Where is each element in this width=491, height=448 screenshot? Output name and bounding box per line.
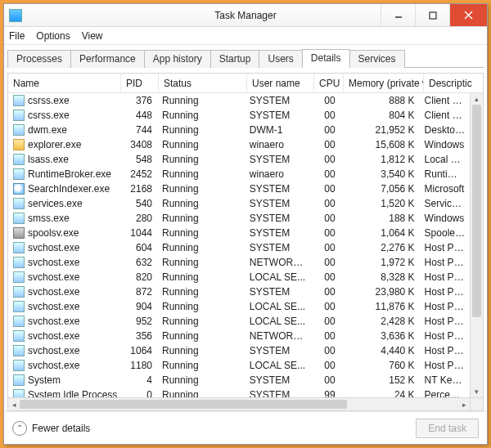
cell-memory: 1,064 K bbox=[340, 227, 420, 239]
cell-status: Running bbox=[157, 316, 245, 327]
table-row[interactable]: svchost.exe356RunningNETWORK...003,636 K… bbox=[8, 329, 470, 343]
cell-status: Running bbox=[157, 360, 245, 371]
scroll-right-icon[interactable]: ▸ bbox=[458, 398, 470, 410]
cell-cpu: 00 bbox=[311, 95, 340, 106]
tab-app-history[interactable]: App history bbox=[144, 50, 211, 68]
cell-memory: 8,328 K bbox=[340, 271, 420, 283]
cell-description: Microsoft bbox=[420, 183, 470, 195]
cell-status: Running bbox=[157, 374, 245, 386]
table-row[interactable]: svchost.exe872RunningSYSTEM0023,980 KHos… bbox=[8, 284, 470, 299]
cell-memory: 11,876 K bbox=[340, 301, 420, 312]
cell-description: Host Proc bbox=[420, 345, 470, 356]
table-row[interactable]: svchost.exe604RunningSYSTEM002,276 KHost… bbox=[8, 240, 470, 255]
cell-cpu: 00 bbox=[311, 198, 340, 209]
table-row[interactable]: smss.exe280RunningSYSTEM00188 KWindows bbox=[8, 211, 470, 226]
maximize-button[interactable] bbox=[415, 4, 449, 26]
tab-users[interactable]: Users bbox=[259, 50, 302, 68]
table-row[interactable]: svchost.exe820RunningLOCAL SE...008,328 … bbox=[8, 270, 470, 284]
tab-performance[interactable]: Performance bbox=[70, 50, 145, 68]
cell-memory: 21,952 K bbox=[340, 124, 420, 136]
cell-name: csrss.exe bbox=[28, 110, 70, 121]
cell-pid: 1064 bbox=[119, 345, 157, 356]
process-icon bbox=[13, 198, 25, 209]
col-header-cpu[interactable]: CPU bbox=[314, 74, 344, 92]
cell-memory: 3,636 K bbox=[340, 330, 420, 342]
table-row[interactable]: lsass.exe548RunningSYSTEM001,812 KLocal … bbox=[8, 152, 470, 167]
vertical-scrollbar[interactable]: ▴ ▾ bbox=[470, 93, 483, 397]
cell-cpu: 00 bbox=[311, 286, 340, 298]
cell-pid: 1180 bbox=[119, 360, 157, 371]
cell-status: Running bbox=[157, 154, 245, 165]
process-icon bbox=[13, 213, 25, 224]
cell-name: SearchIndexer.exe bbox=[28, 183, 110, 195]
menu-view[interactable]: View bbox=[82, 30, 103, 42]
cell-pid: 952 bbox=[119, 316, 157, 327]
cell-status: Running bbox=[157, 286, 245, 298]
cell-cpu: 00 bbox=[311, 183, 340, 195]
process-icon bbox=[13, 389, 25, 397]
table-row[interactable]: dwm.exe744RunningDWM-10021,952 KDesktop … bbox=[8, 123, 470, 137]
cell-name: lsass.exe bbox=[28, 154, 69, 165]
cell-memory: 2,276 K bbox=[340, 242, 420, 253]
table-row[interactable]: csrss.exe448RunningSYSTEM00804 KClient S… bbox=[8, 108, 470, 123]
cell-pid: 4 bbox=[119, 374, 157, 386]
table-row[interactable]: svchost.exe904RunningLOCAL SE...0011,876… bbox=[8, 299, 470, 314]
table-row[interactable]: csrss.exe376RunningSYSTEM00888 KClient S… bbox=[8, 93, 470, 108]
tab-details[interactable]: Details bbox=[302, 49, 350, 68]
col-header-name[interactable]: Name bbox=[8, 74, 121, 92]
cell-status: Running bbox=[157, 168, 245, 180]
cell-pid: 744 bbox=[119, 124, 157, 136]
vertical-scroll-thumb[interactable] bbox=[472, 105, 481, 317]
cell-name: services.exe bbox=[28, 198, 83, 209]
cell-cpu: 00 bbox=[311, 227, 340, 239]
table-row[interactable]: svchost.exe952RunningLOCAL SE...002,428 … bbox=[8, 314, 470, 329]
cell-status: Running bbox=[157, 110, 245, 121]
table-row[interactable]: System Idle Process0RunningSYSTEM9924 KP… bbox=[8, 388, 470, 397]
end-task-button[interactable]: End task bbox=[416, 419, 479, 438]
table-row[interactable]: svchost.exe1064RunningSYSTEM004,440 KHos… bbox=[8, 343, 470, 358]
tab-services[interactable]: Services bbox=[349, 50, 405, 68]
cell-cpu: 00 bbox=[311, 124, 340, 136]
horizontal-scrollbar[interactable]: ◂ ▸ bbox=[8, 397, 470, 410]
process-icon bbox=[13, 301, 25, 312]
col-header-status[interactable]: Status bbox=[159, 74, 247, 92]
cell-pid: 632 bbox=[119, 257, 157, 268]
table-row[interactable]: services.exe540RunningSYSTEM001,520 KSer… bbox=[8, 196, 470, 211]
menu-options[interactable]: Options bbox=[36, 30, 70, 42]
tab-processes[interactable]: Processes bbox=[7, 50, 71, 68]
cell-pid: 872 bbox=[119, 286, 157, 298]
table-row[interactable]: svchost.exe632RunningNETWORK...001,972 K… bbox=[8, 255, 470, 270]
cell-name: explorer.exe bbox=[28, 139, 81, 150]
close-button[interactable] bbox=[449, 4, 487, 26]
scroll-down-icon[interactable]: ▾ bbox=[471, 386, 483, 397]
table-row[interactable]: RuntimeBroker.exe2452Runningwinaero003,5… bbox=[8, 167, 470, 181]
cell-cpu: 00 bbox=[311, 242, 340, 253]
col-header-memory[interactable]: Memory (private w... bbox=[344, 74, 424, 92]
titlebar[interactable]: Task Manager bbox=[4, 4, 487, 27]
menubar: File Options View bbox=[4, 27, 487, 45]
cell-name: svchost.exe bbox=[28, 316, 79, 327]
cell-status: Running bbox=[157, 257, 245, 268]
minimize-button[interactable] bbox=[381, 4, 415, 26]
cell-cpu: 00 bbox=[311, 360, 340, 371]
col-header-pid[interactable]: PID bbox=[121, 74, 159, 92]
col-header-user[interactable]: User name bbox=[247, 74, 314, 92]
scroll-up-icon[interactable]: ▴ bbox=[471, 93, 483, 105]
menu-file[interactable]: File bbox=[9, 30, 25, 42]
cell-pid: 820 bbox=[119, 271, 157, 283]
horizontal-scroll-thumb[interactable] bbox=[20, 400, 347, 409]
tab-startup[interactable]: Startup bbox=[210, 50, 260, 68]
cell-name: System bbox=[28, 374, 61, 386]
table-row[interactable]: SearchIndexer.exe2168RunningSYSTEM007,05… bbox=[8, 181, 470, 196]
scroll-left-icon[interactable]: ◂ bbox=[8, 398, 20, 410]
table-row[interactable]: svchost.exe1180RunningLOCAL SE...00760 K… bbox=[8, 358, 470, 373]
fewer-details-button[interactable]: ⌃ Fewer details bbox=[12, 421, 90, 436]
process-icon bbox=[13, 316, 25, 327]
cell-name: svchost.exe bbox=[28, 271, 79, 283]
table-row[interactable]: spoolsv.exe1044RunningSYSTEM001,064 KSpo… bbox=[8, 226, 470, 240]
table-row[interactable]: explorer.exe3408Runningwinaero0015,608 K… bbox=[8, 137, 470, 152]
cell-name: svchost.exe bbox=[28, 345, 79, 356]
cell-user: SYSTEM bbox=[245, 374, 311, 386]
table-row[interactable]: System4RunningSYSTEM00152 KNT Kernel bbox=[8, 373, 470, 388]
col-header-description[interactable]: Descriptic bbox=[424, 74, 475, 92]
